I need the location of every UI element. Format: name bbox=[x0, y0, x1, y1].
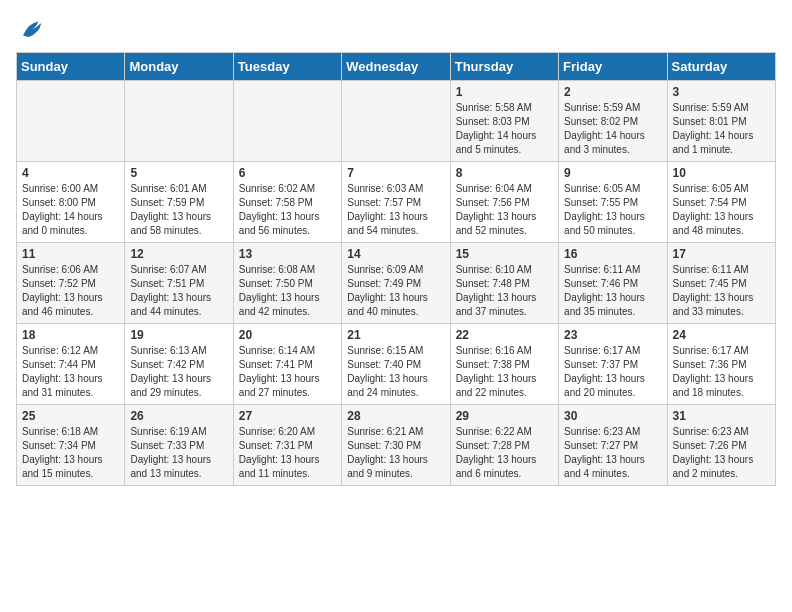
calendar-week-row: 4Sunrise: 6:00 AM Sunset: 8:00 PM Daylig… bbox=[17, 162, 776, 243]
day-number: 18 bbox=[22, 328, 119, 342]
day-number: 8 bbox=[456, 166, 553, 180]
calendar-cell: 24Sunrise: 6:17 AM Sunset: 7:36 PM Dayli… bbox=[667, 324, 775, 405]
calendar-cell: 18Sunrise: 6:12 AM Sunset: 7:44 PM Dayli… bbox=[17, 324, 125, 405]
day-info: Sunrise: 6:11 AM Sunset: 7:45 PM Dayligh… bbox=[673, 263, 770, 319]
day-info: Sunrise: 6:00 AM Sunset: 8:00 PM Dayligh… bbox=[22, 182, 119, 238]
day-number: 28 bbox=[347, 409, 444, 423]
calendar-cell bbox=[233, 81, 341, 162]
calendar-cell: 22Sunrise: 6:16 AM Sunset: 7:38 PM Dayli… bbox=[450, 324, 558, 405]
calendar-cell: 9Sunrise: 6:05 AM Sunset: 7:55 PM Daylig… bbox=[559, 162, 667, 243]
calendar-cell: 28Sunrise: 6:21 AM Sunset: 7:30 PM Dayli… bbox=[342, 405, 450, 486]
calendar-cell: 8Sunrise: 6:04 AM Sunset: 7:56 PM Daylig… bbox=[450, 162, 558, 243]
day-info: Sunrise: 6:23 AM Sunset: 7:27 PM Dayligh… bbox=[564, 425, 661, 481]
day-number: 2 bbox=[564, 85, 661, 99]
day-info: Sunrise: 6:10 AM Sunset: 7:48 PM Dayligh… bbox=[456, 263, 553, 319]
day-number: 4 bbox=[22, 166, 119, 180]
calendar-cell: 29Sunrise: 6:22 AM Sunset: 7:28 PM Dayli… bbox=[450, 405, 558, 486]
day-info: Sunrise: 6:01 AM Sunset: 7:59 PM Dayligh… bbox=[130, 182, 227, 238]
weekday-header: Sunday bbox=[17, 53, 125, 81]
calendar-cell: 25Sunrise: 6:18 AM Sunset: 7:34 PM Dayli… bbox=[17, 405, 125, 486]
day-number: 21 bbox=[347, 328, 444, 342]
calendar-table: SundayMondayTuesdayWednesdayThursdayFrid… bbox=[16, 52, 776, 486]
day-info: Sunrise: 6:20 AM Sunset: 7:31 PM Dayligh… bbox=[239, 425, 336, 481]
calendar-cell: 10Sunrise: 6:05 AM Sunset: 7:54 PM Dayli… bbox=[667, 162, 775, 243]
day-info: Sunrise: 6:08 AM Sunset: 7:50 PM Dayligh… bbox=[239, 263, 336, 319]
day-info: Sunrise: 6:21 AM Sunset: 7:30 PM Dayligh… bbox=[347, 425, 444, 481]
day-info: Sunrise: 6:13 AM Sunset: 7:42 PM Dayligh… bbox=[130, 344, 227, 400]
day-number: 22 bbox=[456, 328, 553, 342]
weekday-header: Monday bbox=[125, 53, 233, 81]
day-number: 27 bbox=[239, 409, 336, 423]
weekday-header: Friday bbox=[559, 53, 667, 81]
day-number: 31 bbox=[673, 409, 770, 423]
logo bbox=[16, 16, 48, 44]
day-number: 30 bbox=[564, 409, 661, 423]
calendar-cell: 19Sunrise: 6:13 AM Sunset: 7:42 PM Dayli… bbox=[125, 324, 233, 405]
calendar-cell: 15Sunrise: 6:10 AM Sunset: 7:48 PM Dayli… bbox=[450, 243, 558, 324]
day-info: Sunrise: 6:16 AM Sunset: 7:38 PM Dayligh… bbox=[456, 344, 553, 400]
day-info: Sunrise: 6:17 AM Sunset: 7:37 PM Dayligh… bbox=[564, 344, 661, 400]
day-info: Sunrise: 6:05 AM Sunset: 7:54 PM Dayligh… bbox=[673, 182, 770, 238]
day-info: Sunrise: 6:05 AM Sunset: 7:55 PM Dayligh… bbox=[564, 182, 661, 238]
calendar-cell: 26Sunrise: 6:19 AM Sunset: 7:33 PM Dayli… bbox=[125, 405, 233, 486]
day-number: 10 bbox=[673, 166, 770, 180]
day-number: 17 bbox=[673, 247, 770, 261]
weekday-header: Saturday bbox=[667, 53, 775, 81]
day-info: Sunrise: 6:04 AM Sunset: 7:56 PM Dayligh… bbox=[456, 182, 553, 238]
calendar-header-row: SundayMondayTuesdayWednesdayThursdayFrid… bbox=[17, 53, 776, 81]
day-info: Sunrise: 6:09 AM Sunset: 7:49 PM Dayligh… bbox=[347, 263, 444, 319]
calendar-cell: 23Sunrise: 6:17 AM Sunset: 7:37 PM Dayli… bbox=[559, 324, 667, 405]
day-number: 20 bbox=[239, 328, 336, 342]
day-number: 9 bbox=[564, 166, 661, 180]
logo-icon bbox=[16, 16, 44, 44]
day-info: Sunrise: 6:23 AM Sunset: 7:26 PM Dayligh… bbox=[673, 425, 770, 481]
day-info: Sunrise: 5:59 AM Sunset: 8:01 PM Dayligh… bbox=[673, 101, 770, 157]
calendar-cell: 17Sunrise: 6:11 AM Sunset: 7:45 PM Dayli… bbox=[667, 243, 775, 324]
calendar-cell: 4Sunrise: 6:00 AM Sunset: 8:00 PM Daylig… bbox=[17, 162, 125, 243]
calendar-cell: 21Sunrise: 6:15 AM Sunset: 7:40 PM Dayli… bbox=[342, 324, 450, 405]
day-number: 26 bbox=[130, 409, 227, 423]
day-number: 7 bbox=[347, 166, 444, 180]
calendar-cell: 1Sunrise: 5:58 AM Sunset: 8:03 PM Daylig… bbox=[450, 81, 558, 162]
day-info: Sunrise: 6:06 AM Sunset: 7:52 PM Dayligh… bbox=[22, 263, 119, 319]
calendar-cell: 20Sunrise: 6:14 AM Sunset: 7:41 PM Dayli… bbox=[233, 324, 341, 405]
calendar-cell: 30Sunrise: 6:23 AM Sunset: 7:27 PM Dayli… bbox=[559, 405, 667, 486]
calendar-cell: 7Sunrise: 6:03 AM Sunset: 7:57 PM Daylig… bbox=[342, 162, 450, 243]
day-info: Sunrise: 6:19 AM Sunset: 7:33 PM Dayligh… bbox=[130, 425, 227, 481]
calendar-cell bbox=[17, 81, 125, 162]
weekday-header: Tuesday bbox=[233, 53, 341, 81]
day-number: 23 bbox=[564, 328, 661, 342]
day-number: 24 bbox=[673, 328, 770, 342]
calendar-cell: 6Sunrise: 6:02 AM Sunset: 7:58 PM Daylig… bbox=[233, 162, 341, 243]
calendar-cell: 14Sunrise: 6:09 AM Sunset: 7:49 PM Dayli… bbox=[342, 243, 450, 324]
day-number: 11 bbox=[22, 247, 119, 261]
calendar-cell bbox=[342, 81, 450, 162]
day-info: Sunrise: 6:07 AM Sunset: 7:51 PM Dayligh… bbox=[130, 263, 227, 319]
day-info: Sunrise: 5:59 AM Sunset: 8:02 PM Dayligh… bbox=[564, 101, 661, 157]
calendar-cell: 31Sunrise: 6:23 AM Sunset: 7:26 PM Dayli… bbox=[667, 405, 775, 486]
day-info: Sunrise: 6:14 AM Sunset: 7:41 PM Dayligh… bbox=[239, 344, 336, 400]
day-info: Sunrise: 6:17 AM Sunset: 7:36 PM Dayligh… bbox=[673, 344, 770, 400]
day-info: Sunrise: 6:22 AM Sunset: 7:28 PM Dayligh… bbox=[456, 425, 553, 481]
calendar-week-row: 18Sunrise: 6:12 AM Sunset: 7:44 PM Dayli… bbox=[17, 324, 776, 405]
day-info: Sunrise: 6:11 AM Sunset: 7:46 PM Dayligh… bbox=[564, 263, 661, 319]
day-number: 5 bbox=[130, 166, 227, 180]
weekday-header: Wednesday bbox=[342, 53, 450, 81]
day-number: 25 bbox=[22, 409, 119, 423]
day-info: Sunrise: 5:58 AM Sunset: 8:03 PM Dayligh… bbox=[456, 101, 553, 157]
calendar-cell: 27Sunrise: 6:20 AM Sunset: 7:31 PM Dayli… bbox=[233, 405, 341, 486]
day-info: Sunrise: 6:18 AM Sunset: 7:34 PM Dayligh… bbox=[22, 425, 119, 481]
day-info: Sunrise: 6:15 AM Sunset: 7:40 PM Dayligh… bbox=[347, 344, 444, 400]
calendar-week-row: 1Sunrise: 5:58 AM Sunset: 8:03 PM Daylig… bbox=[17, 81, 776, 162]
calendar-cell: 13Sunrise: 6:08 AM Sunset: 7:50 PM Dayli… bbox=[233, 243, 341, 324]
day-number: 13 bbox=[239, 247, 336, 261]
calendar-cell: 3Sunrise: 5:59 AM Sunset: 8:01 PM Daylig… bbox=[667, 81, 775, 162]
calendar-cell: 12Sunrise: 6:07 AM Sunset: 7:51 PM Dayli… bbox=[125, 243, 233, 324]
page-header bbox=[16, 16, 776, 44]
calendar-cell: 5Sunrise: 6:01 AM Sunset: 7:59 PM Daylig… bbox=[125, 162, 233, 243]
weekday-header: Thursday bbox=[450, 53, 558, 81]
calendar-cell: 16Sunrise: 6:11 AM Sunset: 7:46 PM Dayli… bbox=[559, 243, 667, 324]
day-number: 16 bbox=[564, 247, 661, 261]
day-number: 1 bbox=[456, 85, 553, 99]
calendar-cell bbox=[125, 81, 233, 162]
